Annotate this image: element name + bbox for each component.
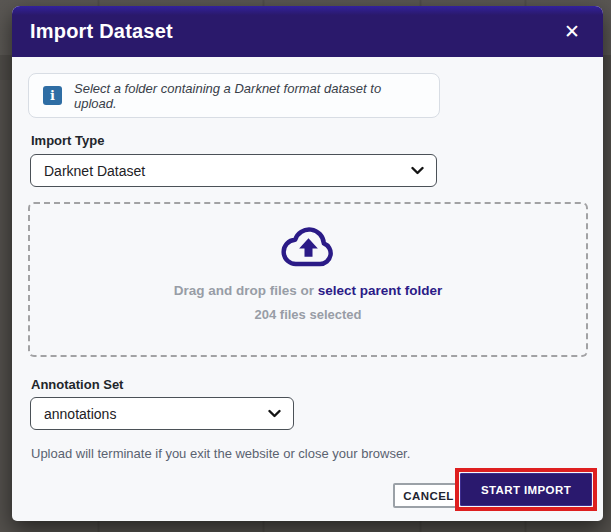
files-selected-count: 204 files selected xyxy=(255,307,362,322)
info-banner: i Select a folder containing a Darknet f… xyxy=(28,73,440,118)
action-highlight-box: START IMPORT xyxy=(455,468,597,511)
annotation-set-select[interactable]: annotations xyxy=(30,397,294,430)
modal-title: Import Dataset xyxy=(30,20,173,43)
import-type-selected-value: Darknet Dataset xyxy=(44,163,145,179)
start-import-button[interactable]: START IMPORT xyxy=(460,473,592,506)
select-parent-folder-link[interactable]: select parent folder xyxy=(318,283,443,298)
close-button[interactable]: ✕ xyxy=(562,20,582,43)
cancel-button[interactable]: CANCEL xyxy=(393,483,464,508)
annotation-set-selected-value: annotations xyxy=(44,406,116,422)
import-type-label: Import Type xyxy=(31,133,104,148)
upload-warning-text: Upload will terminate if you exit the we… xyxy=(31,446,410,461)
screen: Import Dataset ✕ i Select a folder conta… xyxy=(0,0,611,532)
modal-header: Import Dataset ✕ xyxy=(12,6,603,57)
info-icon: i xyxy=(43,86,62,105)
dropzone-instruction: Drag and drop files or select parent fol… xyxy=(174,283,443,298)
annotation-set-label: Annotation Set xyxy=(31,377,123,392)
import-type-select[interactable]: Darknet Dataset xyxy=(30,154,437,187)
chevron-down-icon xyxy=(268,409,281,418)
drag-drop-text: Drag and drop files or xyxy=(174,283,318,298)
cloud-upload-icon xyxy=(280,225,337,270)
info-banner-text: Select a folder containing a Darknet for… xyxy=(74,81,425,111)
close-icon: ✕ xyxy=(564,21,580,42)
file-dropzone[interactable]: Drag and drop files or select parent fol… xyxy=(28,202,588,357)
import-dataset-modal: Import Dataset ✕ i Select a folder conta… xyxy=(12,6,603,521)
chevron-down-icon xyxy=(411,166,424,175)
